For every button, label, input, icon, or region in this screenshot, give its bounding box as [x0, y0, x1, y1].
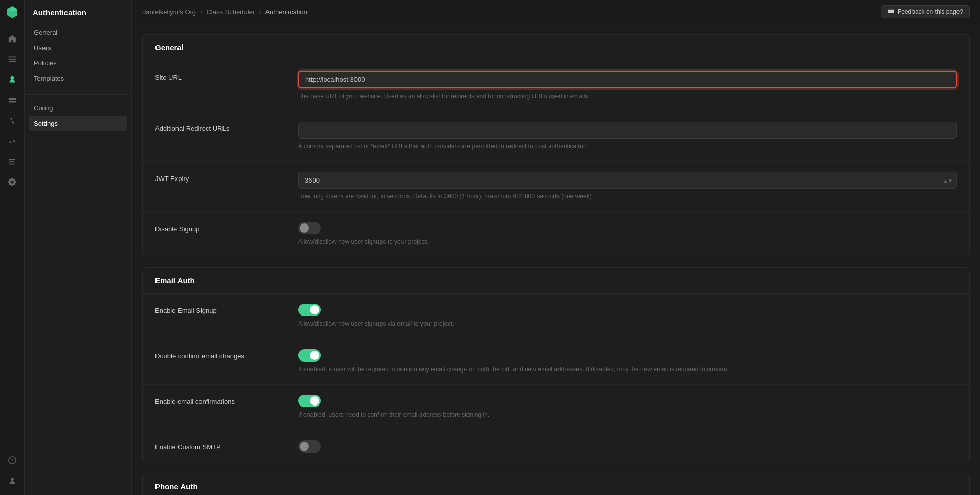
redirect-urls-input[interactable] [298, 122, 957, 139]
double-confirm-email-control: If enabled, a user will be required to c… [298, 349, 957, 374]
jwt-expiry-control: ▲▼ How long tokens are valid for, in sec… [298, 172, 957, 201]
enable-custom-smtp-label: Enable Custom SMTP [155, 440, 298, 451]
enable-email-confirmations-row: Enable email confirmations If enabled, u… [143, 385, 969, 430]
sidebar-item-users[interactable]: Users [29, 40, 127, 55]
svg-rect-7 [9, 164, 14, 165]
enable-email-signup-label: Enable Email Signup [155, 304, 298, 314]
svg-rect-6 [9, 161, 13, 162]
nav-storage-icon[interactable] [3, 91, 21, 109]
nav-analytics-icon[interactable] [3, 132, 21, 150]
double-confirm-email-label: Double confirm email changes [155, 349, 298, 360]
disable-signup-row: Disable Signup Allow/disallow new user s… [143, 212, 969, 257]
enable-email-signup-control: Allow/disallow new user signups via emai… [298, 304, 957, 328]
sidebar-nav-section: General Users Policies Templates [25, 25, 131, 86]
svg-rect-1 [8, 59, 15, 60]
email-auth-section-title: Email Auth [143, 268, 969, 294]
app-logo[interactable] [5, 5, 19, 19]
breadcrumb-org[interactable]: danielkellyio's Org [142, 8, 196, 16]
sidebar-item-config[interactable]: Config [29, 101, 127, 116]
enable-custom-smtp-slider [298, 440, 321, 453]
redirect-urls-control: A comma separated list of *exact* URLs t… [298, 122, 957, 151]
redirect-urls-row: Additional Redirect URLs A comma separat… [143, 111, 969, 162]
enable-email-confirmations-slider [298, 395, 321, 407]
redirect-urls-desc: A comma separated list of *exact* URLs t… [298, 142, 957, 151]
jwt-expiry-label: JWT Expiry [155, 172, 298, 183]
breadcrumb-current: Authentication [265, 8, 307, 16]
enable-custom-smtp-toggle[interactable] [298, 440, 321, 453]
double-confirm-email-slider [298, 349, 321, 362]
breadcrumb-sep1: › [200, 8, 202, 16]
sidebar-config-section: Config Settings [25, 94, 131, 131]
sidebar: Authentication General Users Policies Te… [25, 0, 132, 495]
enable-email-signup-toggle[interactable] [298, 304, 321, 316]
jwt-expiry-input[interactable] [298, 172, 957, 189]
disable-signup-toggle[interactable] [298, 222, 321, 234]
double-confirm-email-row: Double confirm email changes If enabled,… [143, 339, 969, 385]
feedback-label: Feedback on this page? [898, 8, 963, 15]
general-section: General Site URL The base URL of your we… [142, 34, 970, 257]
phone-auth-section-title: Phone Auth [143, 474, 969, 495]
enable-email-confirmations-control: If enabled, users need to confirm their … [298, 395, 957, 419]
disable-signup-desc: Allow/disallow new user signups to your … [298, 237, 957, 246]
nav-home-icon[interactable] [3, 30, 21, 48]
enable-email-signup-slider [298, 304, 321, 316]
nav-profile-icon[interactable] [3, 471, 21, 490]
breadcrumb: danielkellyio's Org › Class Scheduler › … [142, 8, 307, 16]
email-auth-section: Email Auth Enable Email Signup Allow/dis… [142, 267, 970, 463]
svg-rect-5 [9, 159, 15, 160]
svg-rect-0 [8, 57, 15, 58]
double-confirm-email-toggle[interactable] [298, 349, 321, 362]
nav-auth-icon[interactable] [3, 71, 21, 89]
nav-functions-icon[interactable] [3, 111, 21, 130]
content-area: General Site URL The base URL of your we… [132, 24, 980, 495]
enable-custom-smtp-row: Enable Custom SMTP [143, 430, 969, 463]
enable-email-signup-desc: Allow/disallow new user signups via emai… [298, 319, 957, 328]
main-area: danielkellyio's Org › Class Scheduler › … [132, 0, 980, 495]
sidebar-item-general[interactable]: General [29, 25, 127, 40]
disable-signup-label: Disable Signup [155, 222, 298, 233]
nav-settings-icon[interactable] [3, 173, 21, 191]
svg-rect-4 [8, 101, 15, 103]
double-confirm-email-desc: If enabled, a user will be required to c… [298, 365, 957, 374]
email-auth-section-body: Enable Email Signup Allow/disallow new u… [143, 294, 969, 463]
phone-auth-section: Phone Auth Enable Phone Signup Allow/dis… [142, 474, 970, 495]
jwt-expiry-desc: How long tokens are valid for, in second… [298, 192, 957, 201]
general-section-body: Site URL The base URL of your website. U… [143, 60, 969, 257]
redirect-urls-label: Additional Redirect URLs [155, 122, 298, 132]
site-url-input[interactable] [298, 71, 957, 88]
nav-logs-icon[interactable] [3, 152, 21, 171]
sidebar-item-templates[interactable]: Templates [29, 71, 127, 86]
enable-email-confirmations-toggle[interactable] [298, 395, 321, 407]
jwt-expiry-row: JWT Expiry ▲▼ How long tokens are valid … [143, 162, 969, 212]
jwt-expiry-spinner[interactable]: ▲▼ [943, 177, 953, 183]
disable-signup-slider [298, 222, 321, 234]
disable-signup-control: Allow/disallow new user signups to your … [298, 222, 957, 246]
enable-email-confirmations-label: Enable email confirmations [155, 395, 298, 406]
general-section-title: General [143, 35, 969, 60]
sidebar-item-settings[interactable]: Settings [29, 116, 127, 131]
svg-point-10 [11, 478, 13, 481]
nav-help-icon[interactable]: ? [3, 451, 21, 469]
feedback-button[interactable]: Feedback on this page? [881, 5, 970, 18]
enable-email-signup-row: Enable Email Signup Allow/disallow new u… [143, 294, 969, 339]
sidebar-title: Authentication [25, 8, 131, 25]
breadcrumb-sep2: › [259, 8, 261, 16]
svg-rect-3 [8, 98, 15, 100]
icon-rail: ? [0, 0, 25, 495]
sidebar-item-policies[interactable]: Policies [29, 56, 127, 71]
svg-text:?: ? [11, 458, 14, 463]
site-url-label: Site URL [155, 71, 298, 81]
svg-rect-2 [8, 61, 15, 62]
site-url-control: The base URL of your website. Used as an… [298, 71, 957, 101]
topbar: danielkellyio's Org › Class Scheduler › … [132, 0, 980, 24]
enable-email-confirmations-desc: If enabled, users need to confirm their … [298, 410, 957, 419]
site-url-row: Site URL The base URL of your website. U… [143, 60, 969, 111]
site-url-desc: The base URL of your website. Used as an… [298, 92, 957, 101]
nav-table-icon[interactable] [3, 50, 21, 69]
breadcrumb-project[interactable]: Class Scheduler [206, 8, 255, 16]
feedback-icon [887, 8, 895, 15]
jwt-expiry-wrap: ▲▼ [298, 172, 957, 189]
enable-custom-smtp-control [298, 440, 957, 453]
